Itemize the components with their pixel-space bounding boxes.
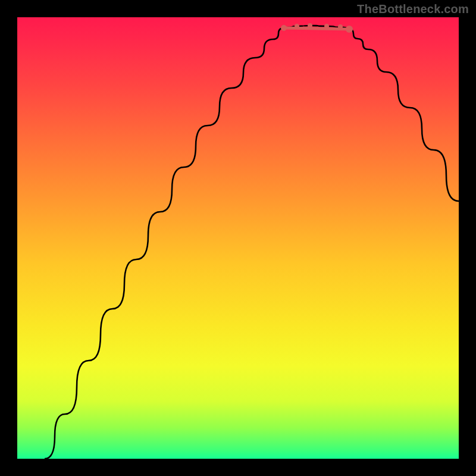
watermark-text: TheBottleneck.com	[357, 2, 469, 16]
marker-dot-2	[308, 23, 312, 28]
marker-flat-end	[346, 26, 353, 33]
chart-frame: TheBottleneck.com	[0, 0, 476, 476]
marker-flat-start	[281, 25, 287, 31]
marker-dot-4	[338, 24, 343, 29]
marker-dot-3	[324, 24, 329, 29]
plot-area	[17, 17, 459, 459]
marker-dot-1	[295, 24, 299, 29]
chart-svg	[17, 17, 459, 459]
bottleneck-curve	[45, 26, 459, 459]
